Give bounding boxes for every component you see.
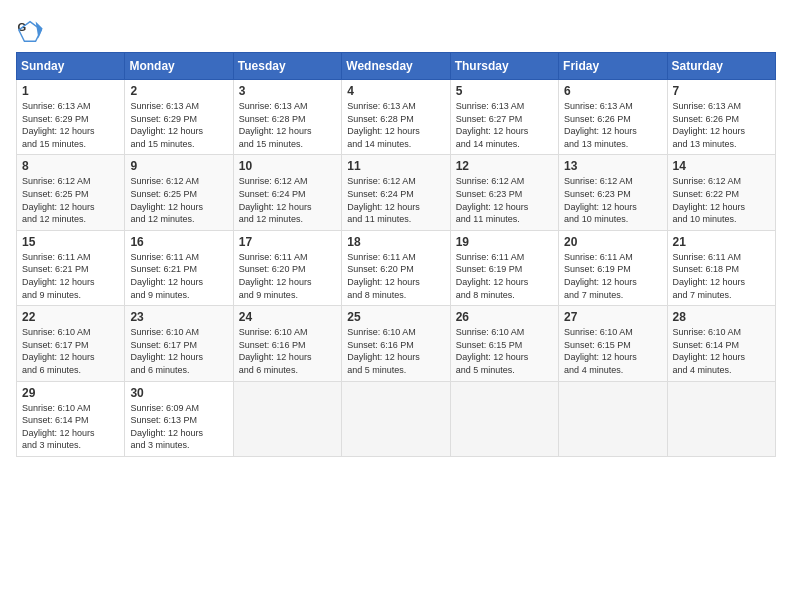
day-of-week-header: Thursday	[450, 53, 558, 80]
svg-marker-2	[36, 22, 43, 39]
cell-content: Sunrise: 6:12 AMSunset: 6:23 PMDaylight:…	[456, 176, 529, 224]
day-number: 15	[22, 235, 119, 249]
cell-content: Sunrise: 6:13 AMSunset: 6:27 PMDaylight:…	[456, 101, 529, 149]
calendar-week-row: 22 Sunrise: 6:10 AMSunset: 6:17 PMDaylig…	[17, 306, 776, 381]
page-header: G	[16, 16, 776, 44]
calendar-cell: 7 Sunrise: 6:13 AMSunset: 6:26 PMDayligh…	[667, 80, 775, 155]
day-number: 26	[456, 310, 553, 324]
calendar-cell: 10 Sunrise: 6:12 AMSunset: 6:24 PMDaylig…	[233, 155, 341, 230]
calendar-cell: 15 Sunrise: 6:11 AMSunset: 6:21 PMDaylig…	[17, 230, 125, 305]
cell-content: Sunrise: 6:10 AMSunset: 6:14 PMDaylight:…	[22, 403, 95, 451]
calendar-cell: 27 Sunrise: 6:10 AMSunset: 6:15 PMDaylig…	[559, 306, 667, 381]
calendar-cell: 17 Sunrise: 6:11 AMSunset: 6:20 PMDaylig…	[233, 230, 341, 305]
calendar-header-row: SundayMondayTuesdayWednesdayThursdayFrid…	[17, 53, 776, 80]
calendar-cell: 29 Sunrise: 6:10 AMSunset: 6:14 PMDaylig…	[17, 381, 125, 456]
calendar-cell: 18 Sunrise: 6:11 AMSunset: 6:20 PMDaylig…	[342, 230, 450, 305]
day-of-week-header: Tuesday	[233, 53, 341, 80]
cell-content: Sunrise: 6:10 AMSunset: 6:14 PMDaylight:…	[673, 327, 746, 375]
calendar-cell	[559, 381, 667, 456]
cell-content: Sunrise: 6:12 AMSunset: 6:24 PMDaylight:…	[239, 176, 312, 224]
calendar-cell: 6 Sunrise: 6:13 AMSunset: 6:26 PMDayligh…	[559, 80, 667, 155]
day-of-week-header: Sunday	[17, 53, 125, 80]
calendar-cell: 21 Sunrise: 6:11 AMSunset: 6:18 PMDaylig…	[667, 230, 775, 305]
calendar-cell: 16 Sunrise: 6:11 AMSunset: 6:21 PMDaylig…	[125, 230, 233, 305]
day-of-week-header: Monday	[125, 53, 233, 80]
calendar-table: SundayMondayTuesdayWednesdayThursdayFrid…	[16, 52, 776, 457]
cell-content: Sunrise: 6:11 AMSunset: 6:21 PMDaylight:…	[22, 252, 95, 300]
day-number: 19	[456, 235, 553, 249]
day-number: 8	[22, 159, 119, 173]
calendar-cell: 5 Sunrise: 6:13 AMSunset: 6:27 PMDayligh…	[450, 80, 558, 155]
day-number: 25	[347, 310, 444, 324]
calendar-cell: 2 Sunrise: 6:13 AMSunset: 6:29 PMDayligh…	[125, 80, 233, 155]
cell-content: Sunrise: 6:13 AMSunset: 6:26 PMDaylight:…	[673, 101, 746, 149]
calendar-cell: 1 Sunrise: 6:13 AMSunset: 6:29 PMDayligh…	[17, 80, 125, 155]
calendar-cell: 3 Sunrise: 6:13 AMSunset: 6:28 PMDayligh…	[233, 80, 341, 155]
calendar-week-row: 1 Sunrise: 6:13 AMSunset: 6:29 PMDayligh…	[17, 80, 776, 155]
calendar-cell	[450, 381, 558, 456]
calendar-cell: 11 Sunrise: 6:12 AMSunset: 6:24 PMDaylig…	[342, 155, 450, 230]
day-number: 9	[130, 159, 227, 173]
logo: G	[16, 16, 48, 44]
calendar-week-row: 29 Sunrise: 6:10 AMSunset: 6:14 PMDaylig…	[17, 381, 776, 456]
cell-content: Sunrise: 6:10 AMSunset: 6:17 PMDaylight:…	[22, 327, 95, 375]
cell-content: Sunrise: 6:11 AMSunset: 6:19 PMDaylight:…	[564, 252, 637, 300]
day-number: 12	[456, 159, 553, 173]
calendar-cell: 8 Sunrise: 6:12 AMSunset: 6:25 PMDayligh…	[17, 155, 125, 230]
calendar-cell: 22 Sunrise: 6:10 AMSunset: 6:17 PMDaylig…	[17, 306, 125, 381]
calendar-cell: 28 Sunrise: 6:10 AMSunset: 6:14 PMDaylig…	[667, 306, 775, 381]
cell-content: Sunrise: 6:13 AMSunset: 6:28 PMDaylight:…	[347, 101, 420, 149]
day-number: 24	[239, 310, 336, 324]
calendar-cell: 19 Sunrise: 6:11 AMSunset: 6:19 PMDaylig…	[450, 230, 558, 305]
cell-content: Sunrise: 6:10 AMSunset: 6:16 PMDaylight:…	[347, 327, 420, 375]
calendar-week-row: 8 Sunrise: 6:12 AMSunset: 6:25 PMDayligh…	[17, 155, 776, 230]
day-number: 2	[130, 84, 227, 98]
calendar-cell: 12 Sunrise: 6:12 AMSunset: 6:23 PMDaylig…	[450, 155, 558, 230]
cell-content: Sunrise: 6:12 AMSunset: 6:25 PMDaylight:…	[22, 176, 95, 224]
cell-content: Sunrise: 6:10 AMSunset: 6:15 PMDaylight:…	[456, 327, 529, 375]
cell-content: Sunrise: 6:09 AMSunset: 6:13 PMDaylight:…	[130, 403, 203, 451]
day-number: 29	[22, 386, 119, 400]
day-number: 10	[239, 159, 336, 173]
calendar-cell	[233, 381, 341, 456]
cell-content: Sunrise: 6:12 AMSunset: 6:22 PMDaylight:…	[673, 176, 746, 224]
day-number: 30	[130, 386, 227, 400]
cell-content: Sunrise: 6:10 AMSunset: 6:16 PMDaylight:…	[239, 327, 312, 375]
day-of-week-header: Wednesday	[342, 53, 450, 80]
cell-content: Sunrise: 6:12 AMSunset: 6:23 PMDaylight:…	[564, 176, 637, 224]
calendar-cell: 25 Sunrise: 6:10 AMSunset: 6:16 PMDaylig…	[342, 306, 450, 381]
day-of-week-header: Saturday	[667, 53, 775, 80]
cell-content: Sunrise: 6:13 AMSunset: 6:28 PMDaylight:…	[239, 101, 312, 149]
day-number: 16	[130, 235, 227, 249]
calendar-cell: 9 Sunrise: 6:12 AMSunset: 6:25 PMDayligh…	[125, 155, 233, 230]
cell-content: Sunrise: 6:10 AMSunset: 6:15 PMDaylight:…	[564, 327, 637, 375]
day-number: 20	[564, 235, 661, 249]
cell-content: Sunrise: 6:13 AMSunset: 6:29 PMDaylight:…	[130, 101, 203, 149]
cell-content: Sunrise: 6:12 AMSunset: 6:25 PMDaylight:…	[130, 176, 203, 224]
calendar-cell: 13 Sunrise: 6:12 AMSunset: 6:23 PMDaylig…	[559, 155, 667, 230]
day-number: 27	[564, 310, 661, 324]
day-number: 21	[673, 235, 770, 249]
day-number: 14	[673, 159, 770, 173]
cell-content: Sunrise: 6:10 AMSunset: 6:17 PMDaylight:…	[130, 327, 203, 375]
day-number: 18	[347, 235, 444, 249]
calendar-cell	[342, 381, 450, 456]
logo-icon: G	[16, 16, 44, 44]
cell-content: Sunrise: 6:12 AMSunset: 6:24 PMDaylight:…	[347, 176, 420, 224]
calendar-cell	[667, 381, 775, 456]
calendar-cell: 20 Sunrise: 6:11 AMSunset: 6:19 PMDaylig…	[559, 230, 667, 305]
cell-content: Sunrise: 6:11 AMSunset: 6:20 PMDaylight:…	[347, 252, 420, 300]
calendar-week-row: 15 Sunrise: 6:11 AMSunset: 6:21 PMDaylig…	[17, 230, 776, 305]
day-number: 11	[347, 159, 444, 173]
cell-content: Sunrise: 6:11 AMSunset: 6:21 PMDaylight:…	[130, 252, 203, 300]
day-number: 17	[239, 235, 336, 249]
cell-content: Sunrise: 6:13 AMSunset: 6:29 PMDaylight:…	[22, 101, 95, 149]
calendar-cell: 24 Sunrise: 6:10 AMSunset: 6:16 PMDaylig…	[233, 306, 341, 381]
day-number: 1	[22, 84, 119, 98]
cell-content: Sunrise: 6:11 AMSunset: 6:19 PMDaylight:…	[456, 252, 529, 300]
cell-content: Sunrise: 6:11 AMSunset: 6:20 PMDaylight:…	[239, 252, 312, 300]
calendar-cell: 4 Sunrise: 6:13 AMSunset: 6:28 PMDayligh…	[342, 80, 450, 155]
cell-content: Sunrise: 6:11 AMSunset: 6:18 PMDaylight:…	[673, 252, 746, 300]
day-number: 7	[673, 84, 770, 98]
cell-content: Sunrise: 6:13 AMSunset: 6:26 PMDaylight:…	[564, 101, 637, 149]
